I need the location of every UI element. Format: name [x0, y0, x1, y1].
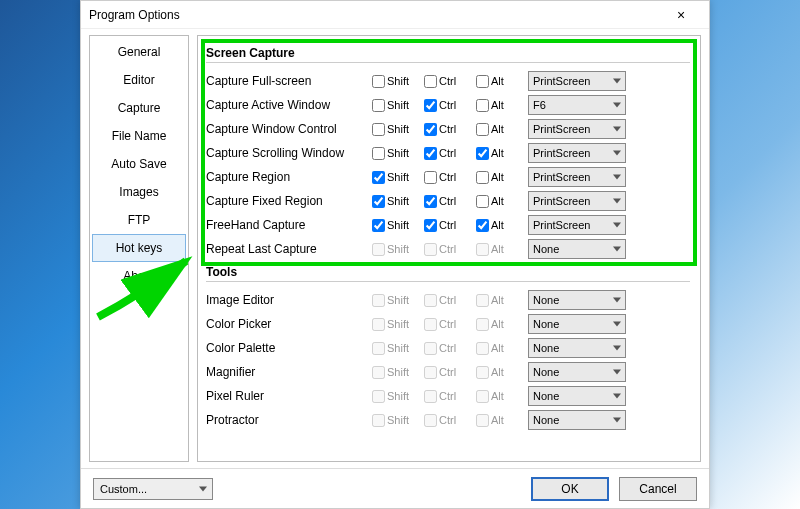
- category-tabs: GeneralEditorCaptureFile NameAuto SaveIm…: [89, 35, 189, 462]
- key-select[interactable]: PrintScreen: [528, 71, 626, 91]
- category-tab[interactable]: Editor: [92, 66, 186, 94]
- hotkey-label: Capture Scrolling Window: [206, 146, 366, 160]
- category-tab[interactable]: Capture: [92, 94, 186, 122]
- hotkey-row: MagnifierShiftCtrlAltNone: [206, 360, 690, 384]
- ctrl-checkbox[interactable]: [424, 195, 437, 208]
- ctrl-modifier: Ctrl: [424, 366, 470, 379]
- hotkey-label: Capture Region: [206, 170, 366, 184]
- hotkey-row: Capture Window ControlShiftCtrlAltPrintS…: [206, 117, 690, 141]
- alt-checkbox[interactable]: [476, 147, 489, 160]
- shift-modifier[interactable]: Shift: [372, 99, 418, 112]
- cancel-button[interactable]: Cancel: [619, 477, 697, 501]
- shift-checkbox[interactable]: [372, 147, 385, 160]
- category-tab[interactable]: File Name: [92, 122, 186, 150]
- ctrl-modifier: Ctrl: [424, 243, 470, 256]
- shift-checkbox[interactable]: [372, 99, 385, 112]
- ctrl-modifier[interactable]: Ctrl: [424, 195, 470, 208]
- key-select[interactable]: PrintScreen: [528, 191, 626, 211]
- category-tab[interactable]: FTP: [92, 206, 186, 234]
- key-select[interactable]: None: [528, 386, 626, 406]
- close-icon: ×: [677, 7, 685, 23]
- shift-modifier[interactable]: Shift: [372, 75, 418, 88]
- key-select[interactable]: None: [528, 239, 626, 259]
- ok-button[interactable]: OK: [531, 477, 609, 501]
- key-select[interactable]: PrintScreen: [528, 215, 626, 235]
- key-select-value: None: [533, 342, 559, 354]
- hotkey-row: Image EditorShiftCtrlAltNone: [206, 288, 690, 312]
- hotkey-label: Capture Window Control: [206, 122, 366, 136]
- alt-modifier[interactable]: Alt: [476, 147, 522, 160]
- hotkey-label: Capture Active Window: [206, 98, 366, 112]
- key-select-value: F6: [533, 99, 546, 111]
- shift-checkbox[interactable]: [372, 171, 385, 184]
- key-select[interactable]: PrintScreen: [528, 119, 626, 139]
- alt-checkbox[interactable]: [476, 75, 489, 88]
- shift-modifier[interactable]: Shift: [372, 123, 418, 136]
- ctrl-modifier[interactable]: Ctrl: [424, 219, 470, 232]
- ctrl-modifier: Ctrl: [424, 318, 470, 331]
- key-select[interactable]: PrintScreen: [528, 167, 626, 187]
- ctrl-checkbox[interactable]: [424, 99, 437, 112]
- shift-checkbox: [372, 243, 385, 256]
- key-select[interactable]: PrintScreen: [528, 143, 626, 163]
- alt-modifier[interactable]: Alt: [476, 99, 522, 112]
- key-select-value: None: [533, 390, 559, 402]
- alt-checkbox[interactable]: [476, 171, 489, 184]
- shift-modifier[interactable]: Shift: [372, 147, 418, 160]
- key-select-value: PrintScreen: [533, 219, 590, 231]
- key-select-value: None: [533, 318, 559, 330]
- alt-checkbox[interactable]: [476, 195, 489, 208]
- key-select-value: None: [533, 366, 559, 378]
- shift-modifier: Shift: [372, 243, 418, 256]
- ctrl-modifier[interactable]: Ctrl: [424, 123, 470, 136]
- hotkey-label: Protractor: [206, 413, 366, 427]
- ctrl-checkbox[interactable]: [424, 123, 437, 136]
- ctrl-modifier[interactable]: Ctrl: [424, 171, 470, 184]
- hotkey-row: Color PaletteShiftCtrlAltNone: [206, 336, 690, 360]
- shift-checkbox[interactable]: [372, 75, 385, 88]
- hotkey-label: FreeHand Capture: [206, 218, 366, 232]
- alt-modifier[interactable]: Alt: [476, 195, 522, 208]
- category-tab[interactable]: Hot keys: [92, 234, 186, 262]
- hotkey-row: FreeHand CaptureShiftCtrlAltPrintScreen: [206, 213, 690, 237]
- alt-modifier: Alt: [476, 342, 522, 355]
- category-tab[interactable]: Images: [92, 178, 186, 206]
- close-button[interactable]: ×: [661, 3, 701, 27]
- titlebar: Program Options ×: [81, 1, 709, 29]
- key-select-value: PrintScreen: [533, 123, 590, 135]
- category-tab[interactable]: Auto Save: [92, 150, 186, 178]
- alt-modifier[interactable]: Alt: [476, 219, 522, 232]
- ctrl-checkbox[interactable]: [424, 75, 437, 88]
- key-select[interactable]: None: [528, 290, 626, 310]
- alt-modifier[interactable]: Alt: [476, 171, 522, 184]
- key-select[interactable]: None: [528, 410, 626, 430]
- ctrl-modifier[interactable]: Ctrl: [424, 99, 470, 112]
- category-tab[interactable]: About: [92, 262, 186, 290]
- ctrl-checkbox[interactable]: [424, 219, 437, 232]
- shift-checkbox[interactable]: [372, 219, 385, 232]
- category-tab[interactable]: General: [92, 38, 186, 66]
- shift-modifier[interactable]: Shift: [372, 195, 418, 208]
- ctrl-modifier[interactable]: Ctrl: [424, 75, 470, 88]
- alt-modifier[interactable]: Alt: [476, 75, 522, 88]
- alt-checkbox[interactable]: [476, 99, 489, 112]
- alt-checkbox[interactable]: [476, 219, 489, 232]
- key-select[interactable]: F6: [528, 95, 626, 115]
- ctrl-checkbox[interactable]: [424, 147, 437, 160]
- shift-checkbox[interactable]: [372, 195, 385, 208]
- key-select-value: PrintScreen: [533, 195, 590, 207]
- key-select[interactable]: None: [528, 338, 626, 358]
- key-select[interactable]: None: [528, 314, 626, 334]
- shift-modifier[interactable]: Shift: [372, 219, 418, 232]
- ctrl-modifier[interactable]: Ctrl: [424, 147, 470, 160]
- shift-checkbox[interactable]: [372, 123, 385, 136]
- alt-modifier: Alt: [476, 414, 522, 427]
- alt-checkbox: [476, 243, 489, 256]
- preset-select[interactable]: Custom...: [93, 478, 213, 500]
- ctrl-checkbox[interactable]: [424, 171, 437, 184]
- alt-modifier[interactable]: Alt: [476, 123, 522, 136]
- shift-modifier[interactable]: Shift: [372, 171, 418, 184]
- alt-checkbox[interactable]: [476, 123, 489, 136]
- ctrl-checkbox: [424, 366, 437, 379]
- key-select[interactable]: None: [528, 362, 626, 382]
